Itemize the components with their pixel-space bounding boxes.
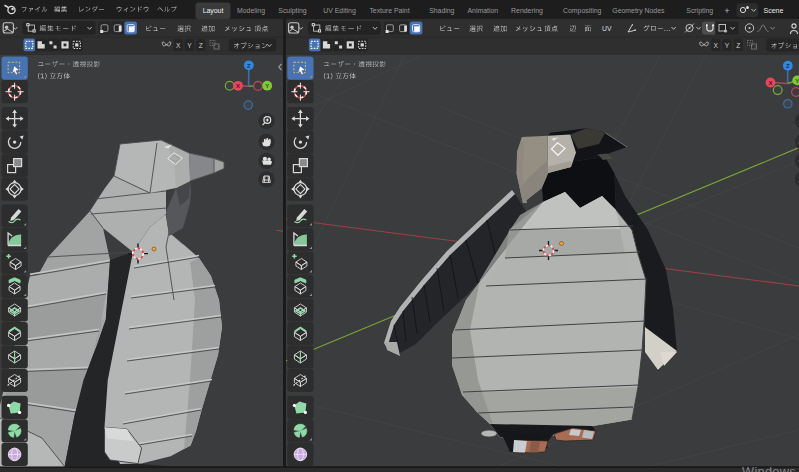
svg-text:UV: UV (602, 25, 612, 32)
svg-text:Z: Z (736, 42, 740, 49)
svg-text:X: X (713, 42, 718, 49)
svg-text:Scripting: Scripting (686, 7, 713, 15)
svg-text:Sculpting: Sculpting (278, 7, 307, 15)
svg-text:Animation: Animation (467, 7, 498, 14)
svg-text:Scene: Scene (764, 7, 784, 14)
svg-text:Y: Y (187, 42, 192, 49)
svg-text:Shading: Shading (429, 7, 454, 15)
svg-text:X: X (236, 83, 240, 89)
svg-text:+: + (725, 6, 730, 16)
svg-text:Y: Y (795, 78, 799, 84)
svg-text:Texture Paint: Texture Paint (369, 7, 409, 14)
svg-text:Y: Y (265, 83, 269, 89)
svg-text:Z: Z (199, 42, 203, 49)
svg-text:Geometry Nodes: Geometry Nodes (612, 7, 665, 15)
svg-text:Compositing: Compositing (563, 7, 601, 15)
svg-text:Y: Y (725, 42, 730, 49)
svg-text:Z: Z (786, 63, 790, 69)
svg-text:Layout: Layout (203, 7, 224, 15)
svg-text:Modeling: Modeling (237, 7, 265, 15)
svg-text:Rendering: Rendering (511, 7, 543, 15)
svg-text:X: X (768, 80, 772, 86)
svg-text:Z: Z (247, 63, 251, 69)
svg-text:UV Editing: UV Editing (323, 7, 356, 15)
svg-text:X: X (176, 42, 181, 49)
